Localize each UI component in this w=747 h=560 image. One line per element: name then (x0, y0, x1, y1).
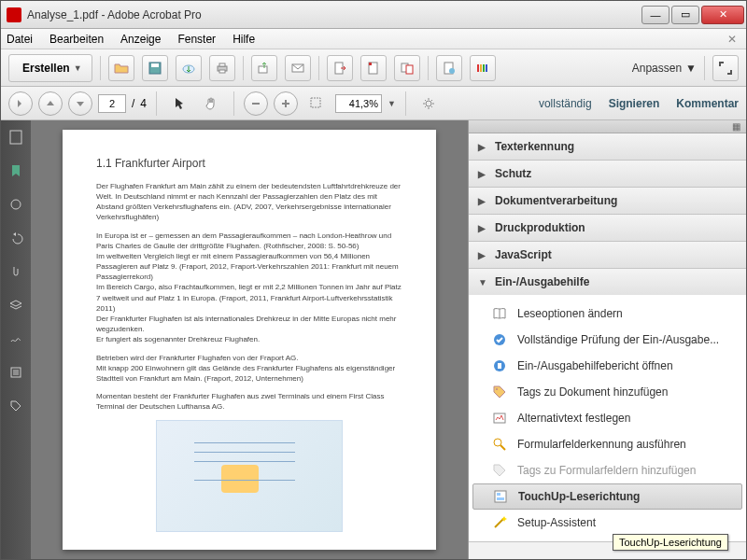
page-input[interactable] (98, 94, 126, 113)
layers-icon[interactable] (7, 296, 25, 315)
edit-button[interactable] (436, 55, 462, 81)
zoom-chevron-icon[interactable]: ▼ (388, 99, 396, 108)
chevron-right-icon: ▶ (478, 250, 487, 260)
order-icon[interactable] (7, 363, 25, 382)
svg-rect-11 (369, 63, 372, 65)
svg-point-31 (496, 388, 498, 390)
section-label: Dokumentverarbeitung (495, 194, 617, 207)
tool-bericht[interactable]: Ein-/Ausgabehilfebericht öffnen (469, 353, 746, 379)
section-schutz[interactable]: ▶Schutz (469, 161, 746, 187)
tool-formularfeld[interactable]: Formularfelderkennung ausführen (469, 431, 746, 457)
menu-hilfe[interactable]: Hilfe (233, 33, 255, 46)
tool-vollpruefung[interactable]: Vollständige Prüfung der Ein-/Ausgabe... (469, 327, 746, 353)
create-pdf-button[interactable] (360, 55, 387, 81)
select-tool[interactable] (166, 91, 192, 117)
email-button[interactable] (285, 55, 311, 81)
menu-datei[interactable]: Datei (7, 33, 33, 46)
section-label: Druckproduktion (495, 221, 585, 234)
customize-dropdown[interactable]: Anpassen ▼ (632, 62, 697, 75)
signature-icon[interactable] (7, 329, 25, 348)
share-button[interactable] (251, 55, 277, 81)
plus-icon (280, 98, 291, 109)
tool-tags-dokument[interactable]: Tags zu Dokument hinzufügen (469, 379, 746, 405)
attachments-icon[interactable] (7, 195, 25, 214)
tool-leseoptionen[interactable]: Leseoptionen ändern (469, 301, 746, 327)
export-button[interactable] (327, 55, 353, 81)
titlebar: Analyse_1.pdf - Adobe Acrobat Pro — ▭ ✕ (1, 1, 746, 29)
cursor-icon (172, 96, 187, 111)
svg-rect-6 (219, 70, 225, 73)
undo-icon[interactable] (7, 229, 25, 247)
next-page-button[interactable] (68, 91, 92, 116)
open-button[interactable] (108, 55, 134, 81)
disk-icon (148, 61, 162, 76)
section-javascript[interactable]: ▶JavaScript (469, 242, 746, 268)
svg-rect-36 (497, 497, 504, 500)
page-sep: / (132, 97, 134, 110)
colors-button[interactable] (470, 55, 496, 81)
menu-anzeige[interactable]: Anzeige (120, 33, 161, 46)
save-button[interactable] (142, 55, 168, 81)
tool-touchup[interactable]: TouchUp-Leserichtung (472, 483, 742, 510)
tool-tags-formular: Tags zu Formularfeldern hinzufügen (469, 457, 746, 483)
first-page-button[interactable] (8, 91, 33, 116)
minus-icon (250, 98, 261, 109)
hand-tool[interactable] (198, 91, 224, 117)
tag-icon (491, 462, 508, 479)
svg-rect-5 (219, 63, 225, 66)
tags-icon[interactable] (7, 397, 25, 415)
clip-icon[interactable] (7, 262, 25, 281)
menu-fenster[interactable]: Fenster (177, 33, 216, 46)
doc-para-2: In Europa ist er – gemessen an dem Passa… (96, 231, 402, 345)
pdf-icon (366, 61, 381, 76)
nav-toolbar: / 4 ▼ vollständig Signieren Kommentar (1, 87, 746, 120)
section-dokumentverarbeitung[interactable]: ▶Dokumentverarbeitung (469, 188, 746, 214)
sign-label[interactable]: Signieren (609, 97, 660, 110)
document-area[interactable]: 1.1 Frankfurter Airport Der Flughafen Fr… (31, 120, 468, 559)
cloud-button[interactable] (176, 55, 202, 81)
marquee-zoom[interactable] (303, 91, 330, 117)
combine-button[interactable] (394, 55, 420, 81)
close-button[interactable]: ✕ (701, 6, 744, 24)
maximize-button[interactable]: ▭ (671, 6, 699, 24)
create-button[interactable]: Erstellen ▼ (8, 54, 92, 82)
panel-menu-icon[interactable]: ▦ (732, 121, 740, 132)
tool-label: Ein-/Ausgabehilfebericht öffnen (517, 359, 673, 372)
share-icon (257, 61, 272, 76)
panel-header: ▦ (469, 120, 746, 133)
menu-bearbeiten[interactable]: Bearbeiten (49, 33, 104, 46)
comment-label[interactable]: Kommentar (676, 97, 739, 110)
export-icon (332, 61, 347, 76)
svg-rect-7 (259, 66, 267, 73)
section-druckproduktion[interactable]: ▶Druckproduktion (469, 215, 746, 241)
print-icon (215, 61, 230, 76)
menu-close-icon[interactable]: ✕ (727, 33, 737, 46)
section-ein-ausgabehilfe[interactable]: ▼Ein-/Ausgabehilfe (469, 269, 746, 295)
svg-rect-23 (311, 98, 320, 107)
tooltip: TouchUp-Leserichtung (613, 534, 728, 551)
zoom-in-button[interactable] (274, 91, 298, 116)
tool-setup[interactable]: Setup-Assistent (469, 510, 746, 536)
tool-alternativtext[interactable]: Alternativtext festlegen (469, 405, 746, 431)
minimize-button[interactable]: — (641, 6, 669, 24)
tool-label: Tags zu Dokument hinzufügen (517, 385, 668, 399)
check-icon (491, 331, 508, 348)
tools-panel: ▦ ▶Texterkennung ▶Schutz ▶Dokumentverarb… (468, 120, 746, 559)
section-texterkennung[interactable]: ▶Texterkennung (469, 133, 746, 160)
alt-icon (491, 410, 508, 427)
customize-label: Anpassen (632, 62, 682, 75)
fullscreen-label[interactable]: vollständig (539, 97, 592, 110)
zoom-input[interactable] (335, 94, 382, 113)
prev-page-button[interactable] (38, 91, 63, 116)
fullscreen-button[interactable] (712, 55, 739, 81)
create-label: Erstellen (22, 62, 70, 75)
chevron-down-icon: ▼ (478, 277, 487, 287)
tools-dropdown[interactable] (416, 91, 442, 117)
main-toolbar: Erstellen ▼ Anpassen ▼ (1, 49, 746, 87)
chevron-down-icon: ▼ (74, 63, 82, 73)
print-button[interactable] (209, 55, 235, 81)
zoom-out-button[interactable] (244, 91, 268, 116)
bookmarks-icon[interactable] (7, 161, 25, 180)
thumbnails-icon[interactable] (7, 128, 25, 147)
form-icon (491, 436, 508, 453)
